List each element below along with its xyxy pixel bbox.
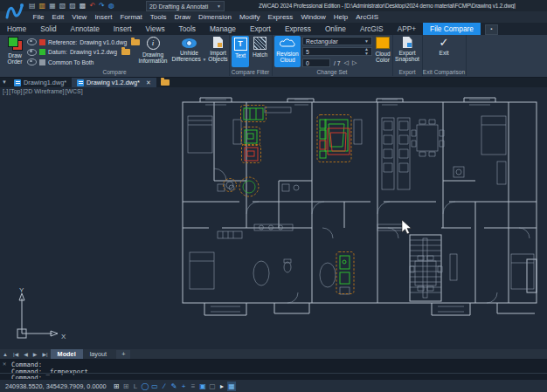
drawing-information-button[interactable]: i Drawing Information [135, 37, 170, 64]
menu-insert[interactable]: Insert [91, 11, 116, 23]
tab-export[interactable]: Export [243, 23, 278, 35]
viewport-ucs[interactable]: [WCS] [65, 88, 82, 94]
menu-file[interactable]: File [29, 11, 48, 23]
tab-annotate[interactable]: Annotate [64, 23, 107, 35]
workspace-dropdown[interactable]: 2D Drafting & Annotati ▼ [146, 1, 225, 11]
import-objects-button[interactable]: Import Objects [207, 37, 229, 62]
change-index-field[interactable]: 0 [302, 58, 330, 67]
hatch-icon [253, 37, 267, 50]
layout-tab[interactable]: layout [83, 349, 114, 359]
draw-order-button[interactable]: Draw Order [3, 37, 27, 65]
menu-modify[interactable]: Modify [235, 11, 264, 23]
open-file-icon[interactable] [161, 79, 170, 86]
menu-view[interactable]: View [68, 11, 91, 23]
close-tab-icon[interactable]: ✕ [146, 79, 151, 86]
tab-manage[interactable]: Manage [203, 23, 243, 35]
plot-icon[interactable]: ▨ [69, 2, 76, 10]
ortho-icon[interactable]: L [131, 382, 140, 391]
menu-draw[interactable]: Draw [170, 11, 195, 23]
menu-dimension[interactable]: Dimension [195, 11, 236, 23]
viewport-minimize[interactable]: [-] [3, 88, 8, 94]
transparency-icon[interactable]: ≡ [189, 382, 197, 391]
drawing-canvas[interactable]: [-] [Top] [2D Wireframe] [WCS] [0, 87, 547, 349]
import-document-icon [213, 37, 223, 48]
cloud-shape-dropdown[interactable]: Rectangular ▼ [302, 37, 372, 45]
previous-layout-icon[interactable]: ◀ [21, 351, 31, 357]
last-layout-icon[interactable]: ▶| [39, 351, 50, 357]
viewport-view[interactable]: [Top] [9, 88, 22, 94]
quick-properties-icon[interactable]: ▢ [208, 382, 217, 391]
ribbon-display-toggle-icon[interactable]: ▪ [485, 24, 498, 35]
menu-window[interactable]: Window [297, 11, 329, 23]
previous-change-icon[interactable]: ◁ [344, 59, 349, 66]
select-icon[interactable]: ▸ [218, 382, 226, 391]
tab-home[interactable]: Home [0, 23, 33, 35]
menu-help[interactable]: Help [329, 11, 351, 23]
redo-icon[interactable]: ↷ [99, 2, 105, 10]
hatch-filter-button[interactable]: Hatch [251, 37, 269, 58]
next-change-icon[interactable]: ▷ [352, 59, 357, 66]
add-layout-button[interactable]: + [116, 350, 130, 359]
polar-icon[interactable]: ◯ [141, 382, 149, 391]
selection-cycling-icon[interactable]: ▣ [198, 382, 207, 391]
close-command-icon[interactable]: ✕ [3, 361, 6, 368]
preview-icon[interactable]: ▩ [80, 2, 87, 10]
new-icon[interactable]: ▤ [29, 2, 36, 10]
menu-edit[interactable]: Edit [48, 11, 68, 23]
snap-icon[interactable]: ⊞ [121, 382, 130, 391]
save-icon[interactable]: ▦ [49, 2, 56, 10]
menu-bar: File Edit View Insert Format Tools Draw … [0, 11, 547, 23]
tab-app-plus[interactable]: APP+ [391, 23, 423, 35]
menu-arcgis[interactable]: ArcGIS [352, 11, 383, 23]
grid-icon[interactable]: ⊞ [112, 382, 121, 391]
next-layout-icon[interactable]: ▶ [31, 351, 40, 357]
revision-cloud-button[interactable]: Revision Cloud [274, 36, 301, 67]
doc-tab-drawing-v12[interactable]: Drawing v1.2.dwg* ✕ [72, 78, 156, 87]
ribbon-tab-bar: Home Solid Annotate Insert Views Tools M… [0, 23, 547, 35]
exit-button[interactable]: ✓ Exit [428, 37, 460, 56]
esnap-icon[interactable]: ▭ [150, 382, 159, 391]
tab-insert[interactable]: Insert [107, 23, 139, 35]
eye-icon[interactable] [27, 58, 37, 65]
menu-tools[interactable]: Tools [146, 11, 170, 23]
walls [183, 98, 537, 315]
doc-tab-drawing1[interactable]: Drawing1.dwg* [9, 78, 72, 87]
undo-icon[interactable]: ↶ [89, 2, 95, 10]
menu-format[interactable]: Format [116, 11, 146, 23]
tab-list-dropdown-icon[interactable]: ▼ [0, 78, 9, 87]
tab-express[interactable]: Express [278, 23, 318, 35]
open-icon[interactable]: ▥ [39, 2, 46, 10]
ribbon: Draw Order Reference: Drawing v1.0.dwg D… [0, 35, 547, 78]
cloud-color-button[interactable]: Cloud Color [374, 37, 391, 63]
tab-solid[interactable]: Solid [33, 23, 63, 35]
lineweight-icon[interactable]: + [179, 382, 188, 391]
eye-icon[interactable] [27, 38, 37, 45]
dyn-input-icon[interactable]: ✎ [170, 382, 178, 391]
save-as-icon[interactable]: ▧ [59, 2, 66, 10]
tab-file-compare[interactable]: File Compare [423, 23, 481, 35]
dwg-file-icon [77, 79, 84, 86]
display-icon[interactable]: ▦ [227, 382, 236, 391]
text-filter-button[interactable]: T Text [232, 36, 249, 67]
tab-online[interactable]: Online [318, 23, 353, 35]
folder-icon[interactable] [121, 49, 130, 55]
export-snapshot-button[interactable]: Export Snapshot [395, 37, 419, 62]
tab-views[interactable]: Views [139, 23, 172, 35]
diff-green-box [242, 127, 260, 146]
tab-tools[interactable]: Tools [172, 23, 203, 35]
menu-express[interactable]: Express [264, 11, 297, 23]
spinner-arrows-icon[interactable]: ▲▼ [364, 47, 369, 56]
tab-arcgis[interactable]: ArcGIS [353, 23, 391, 35]
status-bar: 240938.5520, 345429.7909, 0.0000 ⊞ ⊞ L ◯… [0, 379, 547, 392]
expand-command-icon[interactable]: ▲ [0, 352, 10, 357]
model-tab[interactable]: Model [51, 349, 83, 359]
diff-green-sofa [241, 106, 267, 122]
first-layout-icon[interactable]: |◀ [10, 351, 21, 357]
cloud-size-spinner[interactable]: 5 ▲▼ [302, 47, 372, 56]
viewport-visual-style[interactable]: [2D Wireframe] [23, 88, 64, 94]
etrack-icon[interactable]: ∕ [160, 382, 169, 391]
unhide-differences-button[interactable]: Unhide Differences ▼ [171, 37, 207, 62]
command-window[interactable]: ✕ Command: Command: _fcmpexport Command: [0, 360, 547, 379]
eye-icon[interactable] [27, 49, 37, 56]
online-icon[interactable]: ◍ [108, 2, 114, 10]
